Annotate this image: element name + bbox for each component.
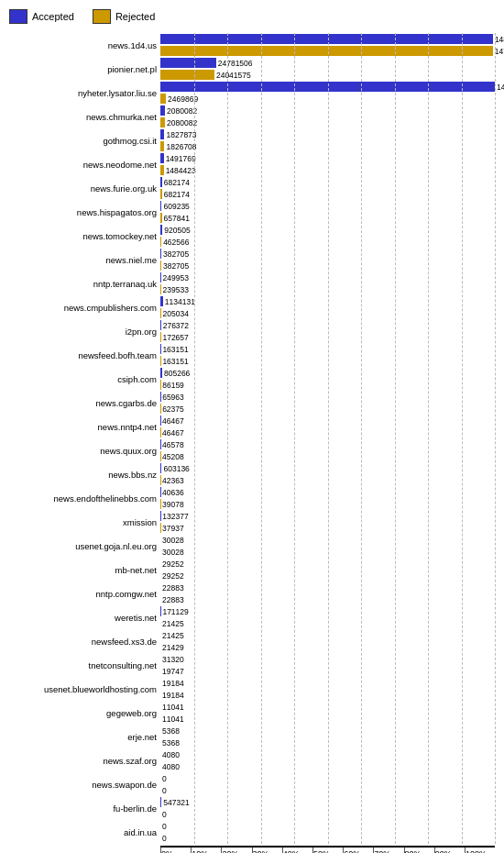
bar-rejected-value: 21425 [162, 619, 184, 628]
row-label: xmission [9, 510, 160, 534]
bar-rejected-value: 24041575 [216, 71, 251, 80]
bar-rejected-value: 19747 [162, 667, 184, 676]
bar-rejected-value: 0 [162, 810, 167, 819]
bar-accepted-value: 11041 [162, 703, 184, 712]
bar-group: 2142521429 [160, 629, 504, 653]
row-label: news.swapon.de [9, 772, 160, 796]
bar-group: 2288322883 [160, 582, 504, 605]
bar-group: 14917691484423 [160, 152, 504, 176]
bar-rejected-value: 5368 [162, 738, 180, 748]
x-tick: 50% [312, 847, 343, 853]
x-tick: 80% [404, 847, 434, 853]
bar-group: 1134131205034 [160, 295, 504, 319]
bar-accepted [160, 129, 164, 139]
bars-col: 1480593841479986232478150624041575148922… [160, 33, 504, 844]
row-label: fu-berlin.de [9, 796, 160, 820]
row-label: news.szaf.org [9, 748, 160, 772]
bar-accepted-value: 0 [162, 822, 167, 831]
bar-accepted [160, 463, 161, 473]
bar-group: 382705382705 [160, 248, 504, 271]
bar-group: 3132019747 [160, 653, 504, 677]
bar-rejected [160, 165, 164, 175]
bar-accepted [160, 34, 493, 44]
bar-accepted-value: 148922819 [497, 83, 504, 92]
bar-accepted-value: 65963 [162, 393, 184, 402]
row-label: aid.in.ua [9, 820, 160, 844]
bar-group: 1489228192469869 [160, 81, 504, 105]
bar-accepted [160, 225, 162, 235]
bar-accepted [160, 797, 161, 807]
bar-rejected-value: 21429 [162, 643, 184, 652]
bar-rejected [160, 117, 165, 127]
bar-rejected-value: 46467 [162, 428, 184, 438]
legend-accepted-label: Accepted [32, 11, 74, 22]
bar-group: 148059384147998623 [160, 33, 504, 57]
bar-rejected [160, 284, 161, 294]
row-label: pionier.net.pl [9, 57, 160, 81]
bar-rejected-value: 163151 [162, 357, 188, 366]
bar-accepted-value: 171129 [162, 607, 188, 616]
row-label: news.quux.org [9, 438, 160, 462]
bar-accepted-value: 2080082 [167, 106, 197, 116]
bar-rejected [160, 94, 166, 104]
bar-accepted-value: 603136 [163, 464, 189, 473]
row-label: news.nntp4.net [9, 415, 160, 438]
bar-group: 163151163151 [160, 343, 504, 367]
bar-accepted-value: 805266 [164, 369, 190, 378]
bar-accepted [160, 368, 162, 378]
bar-group: 80526686159 [160, 367, 504, 391]
bar-accepted-value: 682174 [164, 178, 190, 187]
bar-rejected-value: 147998623 [495, 47, 504, 56]
row-label: i2pn.org [9, 319, 160, 343]
legend: Accepted Rejected [9, 9, 495, 24]
bar-rejected [160, 260, 161, 271]
bar-group: 4646746467 [160, 415, 504, 438]
bar-rejected-value: 39078 [162, 500, 184, 509]
bar-rejected [160, 70, 214, 80]
bar-accepted-value: 0 [162, 774, 167, 783]
bar-group: 6596362375 [160, 391, 504, 415]
legend-rejected-box [93, 9, 111, 24]
row-label: erje.net [9, 725, 160, 748]
bar-accepted-value: 547321 [163, 798, 189, 807]
bar-accepted [160, 58, 216, 68]
bar-rejected-value: 62375 [162, 404, 184, 414]
bar-group: 13237737937 [160, 510, 504, 534]
bar-group: 2925229252 [160, 558, 504, 582]
bar-group: 1104111041 [160, 701, 504, 725]
x-tick: 0% [160, 847, 191, 853]
bar-accepted [160, 82, 495, 92]
bar-accepted [160, 320, 161, 330]
bar-rejected [160, 213, 162, 223]
bar-accepted-value: 249953 [163, 273, 189, 282]
bar-accepted-value: 46467 [162, 416, 184, 426]
row-label: weretis.net [9, 605, 160, 629]
row-label: news.cgarbs.de [9, 391, 160, 415]
bar-accepted-value: 24781506 [218, 59, 253, 68]
bar-accepted-value: 1827873 [166, 130, 196, 139]
bar-accepted-value: 40636 [162, 488, 184, 497]
bar-group: 00 [160, 820, 504, 844]
bar-accepted-value: 382705 [163, 249, 189, 259]
bar-accepted [160, 249, 161, 259]
chart-inner: news.1d4.uspionier.net.plnyheter.lysator… [9, 33, 495, 844]
row-label: mb-net.net [9, 558, 160, 582]
x-tick: 100% [465, 847, 495, 853]
bar-accepted-value: 4080 [162, 750, 180, 759]
bar-accepted-value: 19184 [162, 679, 184, 688]
legend-rejected-label: Rejected [115, 11, 155, 22]
bar-rejected [160, 189, 162, 199]
bar-accepted-value: 1491769 [166, 154, 196, 163]
bar-rejected-value: 11041 [162, 715, 184, 724]
bar-rejected [160, 141, 164, 151]
bar-rejected-value: 19184 [162, 691, 184, 700]
bar-group: 2478150624041575 [160, 57, 504, 81]
row-label: usenet.blueworldhosting.com [9, 677, 160, 701]
x-tick: 40% [282, 847, 312, 853]
bar-accepted-value: 609235 [163, 202, 189, 211]
bar-accepted-value: 920505 [164, 226, 190, 235]
row-label: news.furie.org.uk [9, 176, 160, 200]
bar-rejected-value: 22883 [162, 595, 184, 604]
bar-rejected-value: 382705 [163, 261, 189, 271]
bar-rejected-value: 42363 [162, 476, 184, 485]
